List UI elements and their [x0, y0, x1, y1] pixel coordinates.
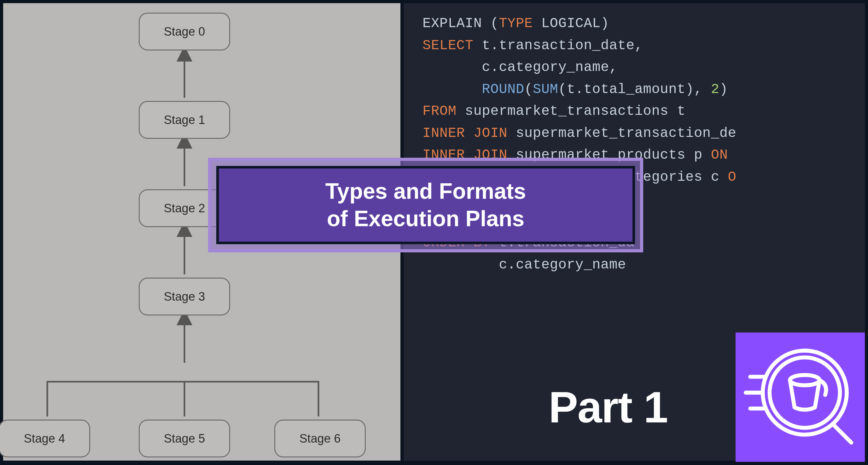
title-card-inner: Types and Formats of Execution Plans	[216, 166, 635, 244]
stage-label: Stage 0	[164, 25, 205, 38]
svg-point-5	[763, 350, 846, 434]
code-token: 2	[711, 81, 719, 97]
stage-label: Stage 6	[300, 432, 341, 445]
svg-point-7	[790, 375, 820, 385]
code-token: FROM	[423, 103, 457, 119]
code-token: ROUND	[482, 81, 524, 97]
code-token: (	[482, 16, 499, 31]
stage-label: Stage 2	[164, 202, 205, 215]
code-line: c.category_name,	[423, 56, 865, 79]
code-token: EXPLAIN	[423, 16, 482, 31]
code-line: EXPLAIN (TYPE LOGICAL)	[423, 12, 865, 35]
code-token: TYPE	[499, 16, 533, 31]
code-token: )	[719, 81, 728, 97]
part-label: Part 1	[549, 382, 668, 433]
code-line: ROUND(SUM(t.total_amount), 2)	[423, 79, 865, 100]
stage-node-3: Stage 3	[139, 278, 230, 316]
athena-bucket-search-icon	[736, 332, 865, 462]
figure-root: EXPLAIN (TYPE LOGICAL)SELECT t.transacti…	[0, 0, 868, 465]
stage-node-4: Stage 4	[0, 419, 90, 458]
code-token: O	[728, 169, 737, 185]
code-token: c.category_name	[423, 257, 626, 272]
code-token: INNER JOIN	[423, 125, 507, 141]
code-token: (	[524, 81, 533, 97]
stage-node-6: Stage 6	[274, 419, 366, 458]
title-line-1: Types and Formats	[326, 178, 526, 205]
stage-label: Stage 3	[164, 290, 205, 303]
stage-node-0: Stage 0	[139, 12, 230, 51]
stage-label: Stage 4	[24, 432, 65, 445]
code-line: SELECT t.transaction_date,	[423, 35, 865, 57]
code-token: ON	[711, 147, 728, 163]
stage-label: Stage 1	[164, 113, 205, 127]
code-token: supermarket_transaction_de	[507, 125, 736, 141]
code-line: INNER JOIN supermarket_transaction_de	[423, 122, 865, 144]
code-line: c.category_name	[423, 254, 865, 276]
code-line: FROM supermarket_transactions t	[423, 100, 865, 122]
stage-node-1: Stage 1	[139, 101, 230, 139]
code-token: SUM	[533, 81, 558, 97]
svg-point-4	[770, 357, 840, 428]
code-token: SELECT	[423, 37, 473, 53]
code-token	[423, 81, 482, 97]
stage-node-5: Stage 5	[139, 419, 230, 458]
title-card: Types and Formats of Execution Plans	[208, 158, 643, 252]
code-token: supermarket_transactions t	[457, 103, 685, 119]
svg-line-6	[833, 424, 851, 443]
code-token: LOGICAL)	[533, 16, 609, 31]
code-token: (t.total_amount),	[558, 81, 711, 97]
stage-label: Stage 5	[164, 432, 205, 445]
code-token: c.category_name,	[423, 59, 618, 75]
title-line-2: of Execution Plans	[326, 205, 526, 233]
code-token: t.transaction_date,	[473, 37, 643, 53]
